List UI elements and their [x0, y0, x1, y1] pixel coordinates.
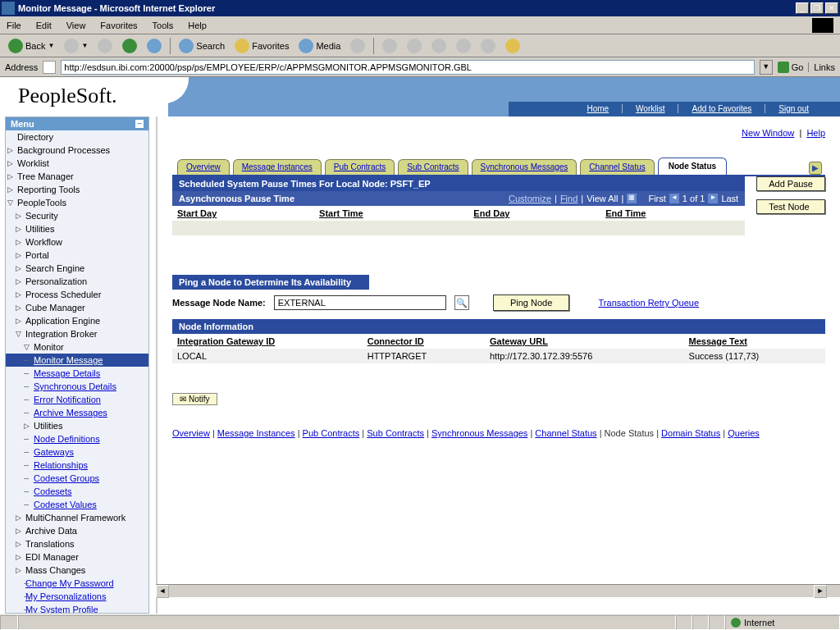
sidebar-item[interactable]: Application Engine — [6, 314, 148, 327]
close-button[interactable]: ✕ — [825, 2, 838, 14]
minimize-button[interactable]: _ — [796, 2, 809, 14]
tab-message-instances[interactable]: Message Instances — [233, 159, 322, 175]
sidebar-item[interactable]: Worklist — [6, 157, 148, 170]
menu-edit[interactable]: Edit — [36, 21, 52, 30]
sidebar-item[interactable]: Archive Messages — [6, 406, 148, 419]
sidebar-item[interactable]: Integration Broker — [6, 327, 148, 340]
sidebar-item-link[interactable]: Node Definitions — [34, 434, 100, 444]
menu-help[interactable]: Help — [188, 21, 207, 30]
sidebar-item[interactable]: MultiChannel Framework — [6, 511, 148, 524]
sidebar-item[interactable]: My System Profile — [6, 603, 148, 614]
history-button[interactable] — [347, 37, 368, 55]
prev-icon[interactable]: ◄ — [669, 194, 679, 203]
sidebar-item[interactable]: Codeset Groups — [6, 472, 148, 485]
ping-node-button[interactable]: Ping Node — [493, 294, 569, 311]
bottom-link[interactable]: Synchronous Messages — [431, 428, 527, 438]
nav-add-favorites[interactable]: Add to Favorites — [678, 104, 765, 113]
tab-sub-contracts[interactable]: Sub Contracts — [398, 159, 468, 175]
sidebar-item[interactable]: Error Notification — [6, 393, 148, 406]
find-link[interactable]: Find — [560, 194, 578, 203]
sidebar-item[interactable]: Monitor Message — [6, 354, 148, 367]
sidebar-item[interactable]: Message Details — [6, 367, 148, 380]
message-node-input[interactable] — [274, 295, 446, 310]
sidebar-item[interactable]: Utilities — [6, 222, 148, 235]
sidebar-item[interactable]: Monitor — [6, 340, 148, 354]
sidebar-item[interactable]: Background Processes — [6, 144, 148, 157]
bottom-link[interactable]: Pub Contracts — [303, 428, 360, 438]
sidebar-item[interactable]: My Personalizations — [6, 590, 148, 603]
scroll-right-icon[interactable]: ► — [814, 585, 827, 598]
test-node-button[interactable]: Test Node — [756, 199, 825, 214]
sidebar-item[interactable]: Codesets — [6, 485, 148, 498]
maximize-button[interactable]: ❐ — [810, 2, 824, 14]
research-button[interactable] — [477, 37, 499, 55]
tab-node-status[interactable]: Node Status — [658, 158, 727, 175]
bottom-link[interactable]: Channel Status — [535, 428, 596, 438]
links-button[interactable]: Links — [808, 62, 835, 72]
sidebar-item[interactable]: Process Scheduler — [6, 288, 148, 301]
menu-file[interactable]: File — [7, 21, 21, 30]
sidebar-item[interactable]: Personalization — [6, 275, 148, 288]
menu-view[interactable]: View — [66, 21, 86, 30]
col-starttime[interactable]: Start Time — [314, 206, 468, 221]
sidebar-item-link[interactable]: Error Notification — [34, 395, 101, 404]
sidebar-item-link[interactable]: My System Profile — [25, 605, 98, 614]
sidebar-item-link[interactable]: Gateways — [34, 447, 74, 457]
col-gateway-url[interactable]: Gateway URL — [485, 334, 684, 349]
col-gateway-id[interactable]: Integration Gateway ID — [172, 334, 363, 349]
forward-button[interactable]: ▼ — [61, 37, 91, 55]
search-button[interactable]: Search — [176, 37, 228, 55]
sidebar-item[interactable]: Synchronous Details — [6, 380, 148, 393]
sidebar-item[interactable]: Utilities — [6, 419, 148, 432]
sidebar-item-link[interactable]: Codeset Values — [34, 500, 97, 509]
tab-synchronous-messages[interactable]: Synchronous Messages — [472, 159, 578, 175]
sidebar-item-link[interactable]: Monitor Message — [34, 355, 103, 365]
sidebar-item[interactable]: Cube Manager — [6, 301, 148, 314]
address-dropdown[interactable]: ▼ — [760, 60, 773, 75]
stop-button[interactable] — [94, 37, 116, 55]
sidebar-item[interactable]: PeopleTools — [6, 196, 148, 209]
messenger-button[interactable] — [502, 37, 523, 55]
sidebar-item[interactable]: Directory — [6, 130, 148, 144]
sidebar-item[interactable]: Portal — [6, 249, 148, 262]
tab-scroll-right[interactable]: ▶ — [809, 162, 822, 175]
tab-channel-status[interactable]: Channel Status — [580, 159, 654, 175]
sidebar-item-link[interactable]: Change My Password — [25, 578, 114, 588]
nav-signout[interactable]: Sign out — [765, 104, 822, 113]
go-button[interactable]: Go — [778, 62, 804, 73]
sidebar-item[interactable]: Gateways — [6, 445, 148, 459]
sidebar-item[interactable]: Relationships — [6, 459, 148, 472]
menu-tools[interactable]: Tools — [153, 21, 174, 30]
customize-link[interactable]: Customize — [509, 194, 551, 203]
sidebar-item-link[interactable]: Message Details — [34, 368, 100, 378]
menu-favorites[interactable]: Favorites — [100, 21, 137, 30]
media-button[interactable]: Media — [295, 37, 344, 55]
help-link[interactable]: Help — [806, 128, 825, 138]
sidebar-item[interactable]: Security — [6, 209, 148, 222]
sidebar-item-link[interactable]: Relationships — [34, 460, 88, 470]
sidebar-item-link[interactable]: Synchronous Details — [34, 381, 116, 391]
edit-button[interactable] — [428, 37, 450, 55]
menu-collapse-icon[interactable]: – — [135, 120, 144, 128]
col-endtime[interactable]: End Time — [600, 206, 745, 221]
address-input[interactable] — [61, 60, 754, 75]
bottom-link[interactable]: Message Instances — [217, 428, 295, 438]
sidebar-item[interactable]: Node Definitions — [6, 432, 148, 445]
sidebar-item-link[interactable]: My Personalizations — [25, 591, 106, 601]
transaction-retry-link[interactable]: Transaction Retry Queue — [599, 298, 699, 308]
home-button[interactable] — [144, 37, 165, 55]
bottom-link[interactable]: Domain Status — [661, 428, 720, 438]
lookup-icon[interactable]: 🔍 — [454, 295, 469, 310]
sidebar-item[interactable]: Archive Data — [6, 524, 148, 537]
discuss-button[interactable] — [453, 37, 474, 55]
sidebar-item[interactable]: Reporting Tools — [6, 183, 148, 196]
tab-overview[interactable]: Overview — [177, 159, 230, 175]
sidebar-item[interactable]: Search Engine — [6, 262, 148, 275]
sidebar-item[interactable]: Codeset Values — [6, 498, 148, 511]
col-startday[interactable]: Start Day — [172, 206, 314, 221]
sidebar-item[interactable]: Change My Password — [6, 577, 148, 590]
print-button[interactable] — [404, 37, 425, 55]
back-button[interactable]: Back▼ — [5, 37, 57, 55]
sidebar-item[interactable]: Workflow — [6, 235, 148, 249]
col-message-text[interactable]: Message Text — [684, 334, 825, 349]
